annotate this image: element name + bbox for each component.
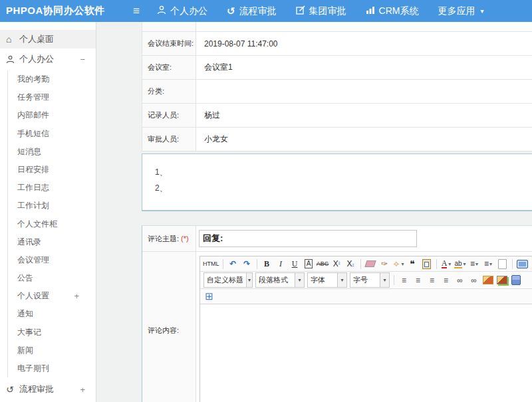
font-size-select[interactable]: 字号 ▾	[350, 272, 390, 288]
underline-button[interactable]: U	[289, 257, 301, 270]
person-icon	[157, 5, 166, 17]
bold-button[interactable]: B	[261, 257, 273, 270]
menu-toggle-icon[interactable]: ≡	[128, 5, 145, 18]
sidebar-item-news[interactable]: 新闻	[8, 342, 96, 359]
sidebar-item-label: 任务管理	[17, 88, 49, 106]
font-color-button[interactable]: A▾	[440, 257, 453, 270]
sidebar-item-label: 电子期刊	[17, 359, 49, 377]
font-family-select[interactable]: 字体 ▾	[307, 272, 347, 288]
sidebar-item-sms[interactable]: 手机短信	[8, 125, 96, 143]
table-row	[142, 22, 532, 32]
toolbar-separator	[394, 275, 394, 285]
meeting-content-box: 1、 2、	[142, 153, 532, 211]
history-icon: ↺	[227, 6, 235, 16]
nav-more-apps[interactable]: 更多应用 ▾	[438, 5, 483, 17]
ordered-list-button[interactable]: ≡▾	[468, 257, 481, 270]
sidebar-item-announcement[interactable]: 公告	[8, 269, 96, 287]
required-mark: (*)	[181, 235, 189, 243]
table-row-comment-content: 评论内容: HTML ↶ ↷ B I U A	[142, 252, 532, 402]
expand-icon[interactable]: +	[74, 287, 79, 305]
paragraph-format-select[interactable]: 段落格式 ▾	[255, 272, 305, 288]
toolbar-separator	[360, 259, 361, 269]
table-row-category: 分类:	[142, 80, 532, 104]
remove-link-icon[interactable]: ∞	[467, 274, 480, 287]
content-area: 会议结束时间: 2019-08-07 11:47:00 会议室: 会议室1 分类…	[142, 22, 532, 402]
sidebar-item-contacts[interactable]: 通讯录	[8, 233, 96, 251]
italic-button[interactable]: I	[275, 257, 287, 270]
sidebar-item-desktop[interactable]: ⌂ 个人桌面	[0, 30, 96, 49]
editor-content-area[interactable]	[200, 304, 532, 402]
toolbar-separator	[512, 259, 513, 269]
strikethrough-button[interactable]: ABC	[317, 257, 329, 270]
field-label: 会议室:	[142, 56, 196, 79]
fullscreen-icon[interactable]	[516, 257, 529, 270]
insert-media-icon[interactable]	[509, 274, 522, 287]
field-value: 会议室1	[196, 56, 532, 79]
sidebar-item-label: 工作计划	[17, 197, 49, 215]
sidebar-item-tasks[interactable]: 任务管理	[8, 88, 96, 106]
field-label: 分类:	[142, 80, 196, 103]
sidebar-item-personal-office[interactable]: 个人办公 −	[0, 50, 96, 68]
sidebar-item-work-plan[interactable]: 工作计划	[8, 197, 96, 215]
html-source-button[interactable]: HTML	[203, 257, 219, 270]
editor-toolbar-row3: ⊞	[200, 289, 532, 304]
blockquote-icon[interactable]: ❝	[406, 257, 419, 270]
collapse-icon[interactable]: −	[80, 54, 85, 64]
caret-down-icon: ▾	[246, 273, 252, 287]
sidebar-item-short-message[interactable]: 短消息	[8, 143, 96, 161]
nav-personal-office[interactable]: 个人办公	[157, 5, 207, 17]
sidebar-item-memorabilia[interactable]: 大事记	[8, 324, 96, 342]
nav-label: CRM系统	[379, 5, 419, 17]
align-center-icon[interactable]: ≡	[412, 274, 424, 287]
caret-down-icon: ▾	[480, 7, 483, 15]
unordered-list-button[interactable]: ≡▾	[482, 257, 495, 270]
sidebar-item-personal-settings[interactable]: 个人设置 +	[8, 287, 96, 305]
sidebar-item-work-log[interactable]: 工作日志	[8, 179, 96, 197]
chart-icon	[366, 5, 375, 17]
field-label: 评论主题: (*)	[142, 226, 196, 251]
insert-table-icon[interactable]: ⊞	[203, 290, 215, 303]
top-bar: PHPOA协同办公软件 ≡ 个人办公 ↺ 流程审批 集团审批 CRM系统 更多应…	[0, 0, 532, 22]
sidebar-item-attendance[interactable]: 我的考勤	[8, 70, 96, 88]
highlight-color-button[interactable]: ab▾	[454, 257, 467, 270]
undo-icon[interactable]: ↶	[227, 257, 239, 270]
insert-link-icon[interactable]: ∞	[454, 274, 466, 287]
sidebar-item-label: 个人文件柜	[17, 215, 57, 233]
nav-flow-approval[interactable]: ↺ 流程审批	[227, 5, 277, 17]
sidebar-item-file-cabinet[interactable]: 个人文件柜	[8, 215, 96, 233]
sidebar-item-notice[interactable]: 通知	[8, 305, 96, 323]
main-area: 会议结束时间: 2019-08-07 11:47:00 会议室: 会议室1 分类…	[96, 22, 532, 402]
subscript-button[interactable]: X₂	[344, 257, 357, 270]
sidebar-item-meeting-mgmt[interactable]: 会议管理	[8, 251, 96, 269]
sidebar-item-label: 个人办公	[19, 53, 80, 65]
sidebar-item-e-journal[interactable]: 电子期刊	[8, 359, 96, 377]
edit-icon	[296, 5, 305, 17]
heading-select[interactable]: 自定义标题 ▾	[203, 272, 253, 288]
toolbar-separator	[436, 259, 437, 269]
field-value: 杨过	[196, 104, 532, 127]
insert-flash-icon[interactable]	[495, 274, 508, 287]
sidebar-item-internal-mail[interactable]: 内部邮件	[8, 106, 96, 124]
insert-image-icon[interactable]	[481, 274, 494, 287]
redo-icon[interactable]: ↷	[241, 257, 253, 270]
font-style-button[interactable]: A	[303, 257, 315, 270]
eraser-icon[interactable]	[364, 257, 377, 270]
paste-icon[interactable]	[420, 257, 433, 270]
new-page-icon[interactable]	[496, 257, 509, 270]
align-right-icon[interactable]: ≡	[426, 274, 438, 287]
quick-format-icon[interactable]: ✧▾	[392, 257, 405, 270]
comment-subject-input[interactable]	[199, 230, 417, 247]
sidebar-item-schedule[interactable]: 日程安排	[8, 161, 96, 179]
align-justify-icon[interactable]: ≡	[440, 274, 452, 287]
expand-icon[interactable]: +	[80, 385, 85, 395]
align-left-icon[interactable]: ≡	[398, 274, 410, 287]
nav-crm[interactable]: CRM系统	[366, 5, 419, 17]
format-brush-icon[interactable]: ✑	[378, 257, 391, 270]
rich-text-editor: HTML ↶ ↷ B I U A ABC X² X₂	[200, 256, 532, 402]
sidebar-item-label: 大事记	[17, 324, 41, 342]
superscript-button[interactable]: X²	[331, 257, 343, 270]
table-row-end-time: 会议结束时间: 2019-08-07 11:47:00	[142, 32, 532, 56]
sidebar-item-label: 我的考勤	[17, 70, 49, 88]
sidebar-item-flow-approval[interactable]: ↺ 流程审批 +	[0, 380, 96, 399]
nav-group-approval[interactable]: 集团审批	[296, 5, 346, 17]
